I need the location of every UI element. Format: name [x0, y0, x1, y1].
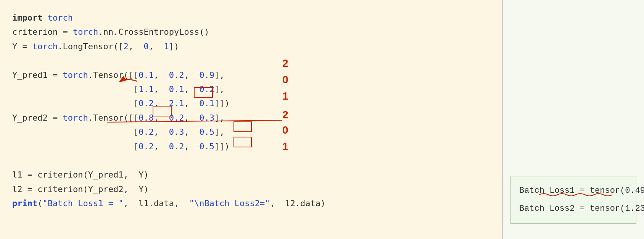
output-line1: Batch Loss1 = tensor(0.4966)	[519, 183, 628, 199]
batch-loss1-text: Batch Loss1 = tensor(0.4966)	[519, 186, 644, 195]
output-box: Batch Loss1 = tensor(0.4966) Batch Loss2…	[510, 176, 636, 224]
batch-loss2-text: Batch Loss2 = tensor(1.2389)	[519, 204, 644, 213]
output-line2: Batch Loss2 = tensor(1.2389)	[519, 201, 628, 216]
code-block: import torch criterion = torch.nn.CrossE…	[12, 11, 490, 210]
code-panel: import torch criterion = torch.nn.CrossE…	[0, 0, 503, 239]
output-panel: Batch Loss1 = tensor(0.4966) Batch Loss2…	[503, 0, 644, 239]
